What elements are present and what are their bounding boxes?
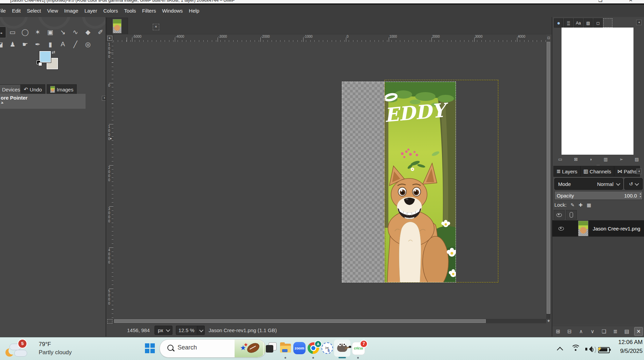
- volume-icon[interactable]: [585, 346, 594, 352]
- vertical-scrollbar-thumb[interactable]: [547, 42, 550, 314]
- navigation-button[interactable]: ✚: [547, 319, 551, 323]
- panel-menu-button[interactable]: ◂: [102, 96, 106, 101]
- tool-button-bucket-fill[interactable]: ◆: [82, 27, 93, 37]
- selection-editor-button-select-by-color[interactable]: ▥: [604, 157, 608, 162]
- menu-item[interactable]: View: [44, 5, 61, 17]
- tab-images[interactable]: Images: [47, 84, 77, 94]
- taskbar-chrome[interactable]: A: [307, 342, 320, 355]
- taskbar-task-view[interactable]: [265, 342, 278, 355]
- unit-dropdown[interactable]: px: [154, 326, 172, 335]
- selection-editor-button-select-rect[interactable]: ▭: [558, 157, 562, 162]
- menu-item[interactable]: Filters: [139, 5, 159, 17]
- collapse-dock-icon[interactable]: ◂: [636, 20, 642, 25]
- layers-dialog-button-lower-layer[interactable]: ∨: [588, 327, 596, 336]
- selection-editor-button-select-invert[interactable]: ◑: [589, 157, 592, 162]
- tool-button-text[interactable]: A: [57, 39, 68, 50]
- taskbar-gimp[interactable]: [336, 342, 349, 355]
- vertical-ruler[interactable]: 1000010002000300040005000: [106, 42, 114, 319]
- tool-button-ink[interactable]: ▮: [45, 39, 56, 50]
- tool-button-shear[interactable]: ↘: [57, 27, 68, 37]
- collapse-layers-icon[interactable]: ◂: [636, 169, 642, 174]
- dockable-tab-document-history[interactable]: ◻: [593, 18, 603, 28]
- layers-dialog-button-new-group[interactable]: ⊟: [566, 327, 574, 336]
- dockable-tab-brushes[interactable]: ●: [554, 18, 563, 28]
- tool-button-clone[interactable]: ♟: [7, 39, 18, 50]
- opacity-slider[interactable]: Opacity 100.0 ▲▼: [554, 191, 643, 200]
- tab-close-icon[interactable]: ✕: [153, 24, 159, 30]
- image-tab[interactable]: [106, 18, 128, 35]
- zoom-dropdown[interactable]: [197, 326, 205, 335]
- title-bar[interactable]: [Jason Cree-rev1] (imported)-9.0 (RGB co…: [0, 0, 644, 3]
- menu-item[interactable]: Image: [61, 5, 81, 17]
- canvas-viewport[interactable]: EDDY: [113, 42, 546, 319]
- menu-item[interactable]: Select: [24, 5, 44, 17]
- layers-dialog-button-delete-layer[interactable]: ✕: [634, 327, 643, 336]
- tool-button-crop[interactable]: ▣: [45, 27, 56, 37]
- tool-button-fuzzy-select[interactable]: ✶: [32, 27, 43, 37]
- mode-switch-button[interactable]: ↺: [624, 178, 643, 190]
- dockable-tab-patterns[interactable]: ▒: [564, 18, 573, 28]
- tool-button-paths[interactable]: ✒: [32, 39, 43, 50]
- link-column-header[interactable]: [566, 210, 577, 220]
- maximize-button[interactable]: ❏: [598, 0, 603, 3]
- dockable-tab-fonts[interactable]: Aa: [574, 18, 583, 28]
- tab-devices[interactable]: Devices: [0, 84, 23, 94]
- layer-visibility-eye-icon[interactable]: [558, 227, 564, 230]
- lock-position-icon[interactable]: ✚: [579, 202, 583, 208]
- tool-button-eraser[interactable]: ◪: [0, 39, 5, 50]
- menu-item[interactable]: Windows: [159, 5, 186, 17]
- quick-mask-toggle[interactable]: [107, 319, 112, 324]
- vertical-scrollbar[interactable]: [546, 42, 551, 319]
- dockable-tab-gradients[interactable]: ▧: [584, 18, 593, 28]
- tool-button-move[interactable]: →: [0, 27, 6, 38]
- layers-dialog-button-new-layer[interactable]: ⊞: [554, 327, 562, 336]
- menu-item[interactable]: Tools: [121, 5, 139, 17]
- device-row-core-pointer[interactable]: ore Pointer ➤: [0, 94, 86, 109]
- dock-tab-layers[interactable]: ≣ Layers: [553, 166, 581, 177]
- selection-editor-button-select-none[interactable]: ⊠: [574, 157, 578, 162]
- tray-time[interactable]: 12:06 AM: [601, 339, 643, 346]
- zoom-fit-toggle[interactable]: ⊡: [547, 36, 551, 40]
- layer-row[interactable]: Jason Cree-rev1.png: [552, 220, 644, 237]
- menu-item[interactable]: Colors: [100, 5, 121, 17]
- taskbar-search[interactable]: Search ★ ★: [160, 339, 266, 358]
- horizontal-scrollbar[interactable]: [113, 319, 546, 323]
- tool-button-warp[interactable]: ∿: [70, 27, 81, 37]
- visibility-column-header[interactable]: [554, 210, 565, 220]
- weather-widget[interactable]: 5 79°F Partly cloudy: [5, 340, 86, 358]
- layers-dialog-button-merge-layer[interactable]: ≣: [611, 327, 620, 336]
- dock-tab-channels[interactable]: ▥ Channels: [581, 166, 614, 177]
- dockable-tab-buffers[interactable]: [603, 18, 612, 28]
- menu-item[interactable]: File: [0, 5, 9, 17]
- horizontal-ruler[interactable]: -5000-4000-3000-2000-1000010002000300040…: [113, 34, 547, 42]
- opacity-spinner[interactable]: ▲▼: [639, 192, 642, 198]
- menu-item[interactable]: Help: [186, 5, 202, 17]
- layers-dialog-button-add-mask[interactable]: ▤: [623, 327, 631, 336]
- tool-button-color-picker[interactable]: ╱: [70, 39, 81, 50]
- selection-editor-button-selection-to-path[interactable]: ➢: [619, 157, 623, 162]
- close-button[interactable]: ✕: [629, 0, 633, 3]
- ruler-corner-button[interactable]: ▶: [106, 34, 113, 42]
- layer-mode-dropdown[interactable]: Mode Normal: [554, 178, 623, 190]
- menu-item[interactable]: Edit: [9, 5, 24, 17]
- menu-item[interactable]: Layer: [81, 5, 100, 17]
- taskbar-zoom-app[interactable]: zoom: [293, 342, 306, 355]
- wifi-icon[interactable]: [571, 345, 581, 352]
- tab-undo[interactable]: ↶ Undo: [20, 84, 45, 94]
- lock-alpha-icon[interactable]: ▦: [587, 202, 591, 208]
- foreground-color-swatch[interactable]: [39, 51, 51, 63]
- tool-button-rectangle-select[interactable]: ▭: [7, 27, 18, 37]
- tool-button-smudge[interactable]: ☛: [20, 39, 31, 50]
- zoom-value[interactable]: 12.5 %: [176, 326, 197, 335]
- layers-dialog-button-raise-layer[interactable]: ∧: [577, 327, 585, 336]
- taskbar-snipping-tool[interactable]: ✂ 5: [321, 342, 334, 355]
- horizontal-scrollbar-thumb[interactable]: [114, 319, 486, 323]
- layers-dialog-button-duplicate-layer[interactable]: ❏: [600, 327, 608, 336]
- start-button[interactable]: [145, 343, 155, 353]
- tray-date[interactable]: 9/5/2025: [601, 348, 643, 355]
- swap-colors-icon[interactable]: ⇄: [52, 50, 55, 55]
- tool-button-zoom[interactable]: ◎: [82, 39, 93, 50]
- tool-button-free-select[interactable]: ◯: [20, 27, 31, 37]
- selection-editor-button-stroke-selection[interactable]: ▨: [635, 157, 639, 162]
- tool-button-paintbrush[interactable]: ✐: [95, 27, 106, 37]
